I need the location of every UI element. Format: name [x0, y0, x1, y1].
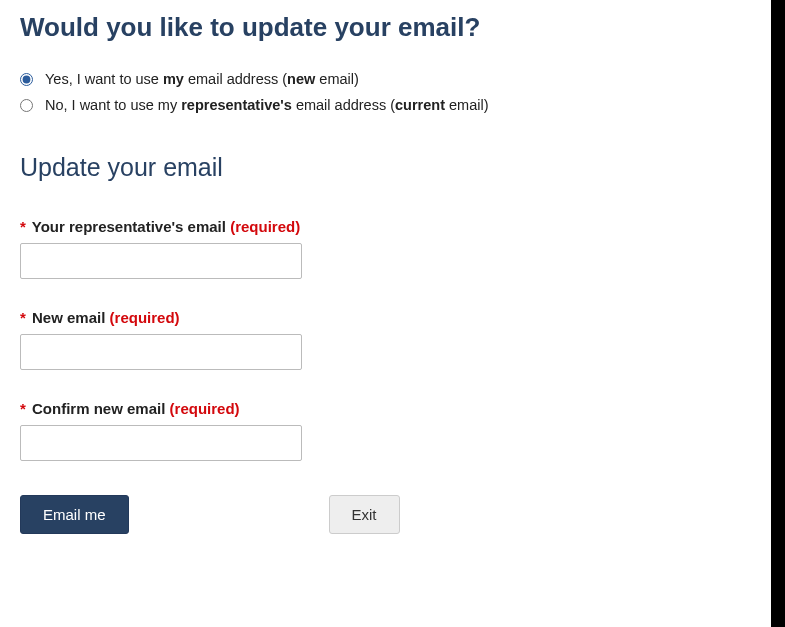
radio-no-input[interactable] [20, 99, 33, 112]
required-text: (required) [170, 400, 240, 417]
email-choice-radio-group: Yes, I want to use my email address (new… [20, 71, 765, 113]
required-asterisk: * [20, 309, 26, 326]
new-email-label: * New email (required) [20, 309, 765, 326]
field-new-email: * New email (required) [20, 309, 765, 370]
required-text: (required) [230, 218, 300, 235]
field-confirm-email: * Confirm new email (required) [20, 400, 765, 461]
button-row: Email me Exit [20, 495, 765, 534]
exit-button[interactable]: Exit [329, 495, 400, 534]
required-asterisk: * [20, 218, 26, 235]
required-text: (required) [110, 309, 180, 326]
confirm-email-label: * Confirm new email (required) [20, 400, 765, 417]
radio-yes-input[interactable] [20, 73, 33, 86]
radio-option-no[interactable]: No, I want to use my representative's em… [20, 97, 765, 113]
radio-no-label: No, I want to use my representative's em… [45, 97, 489, 113]
page-title: Would you like to update your email? [20, 12, 765, 43]
radio-yes-label: Yes, I want to use my email address (new… [45, 71, 359, 87]
radio-option-yes[interactable]: Yes, I want to use my email address (new… [20, 71, 765, 87]
right-edge-bar [771, 0, 785, 627]
rep-email-label: * Your representative's email (required) [20, 218, 765, 235]
new-email-input[interactable] [20, 334, 302, 370]
email-me-button[interactable]: Email me [20, 495, 129, 534]
field-rep-email: * Your representative's email (required) [20, 218, 765, 279]
section-title: Update your email [20, 153, 765, 182]
required-asterisk: * [20, 400, 26, 417]
rep-email-input[interactable] [20, 243, 302, 279]
confirm-email-input[interactable] [20, 425, 302, 461]
